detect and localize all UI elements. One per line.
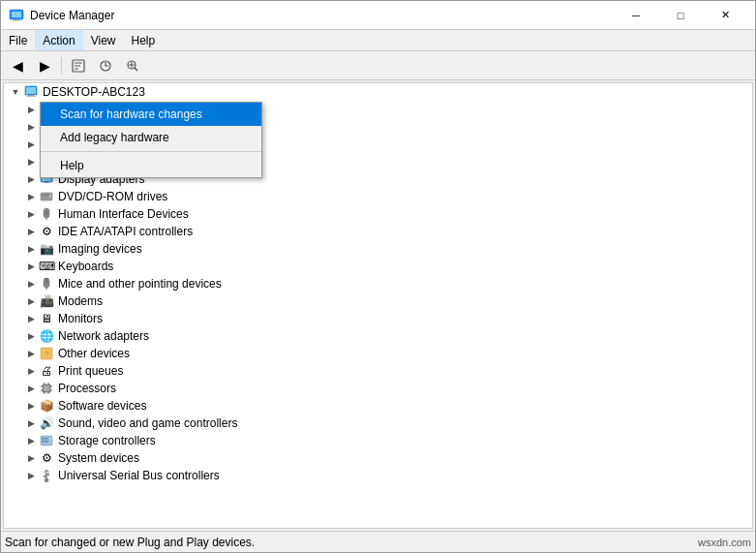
menu-action[interactable]: Action: [35, 30, 82, 50]
tree-item-monitors[interactable]: ▶ 🖥 Monitors: [4, 310, 752, 327]
display-adapters-arrow: ▶: [23, 174, 39, 184]
help-menu-item[interactable]: Help: [41, 154, 261, 177]
sound-video-arrow: ▶: [23, 418, 39, 428]
properties-button[interactable]: [66, 53, 91, 78]
menu-view[interactable]: View: [83, 30, 124, 50]
processors-label: Processors: [58, 382, 116, 395]
tree-item-system-devices[interactable]: ▶ ⚙ System devices: [4, 449, 752, 467]
svg-point-49: [49, 438, 51, 440]
svg-rect-14: [26, 87, 36, 94]
maximize-button[interactable]: □: [658, 1, 703, 30]
status-right: wsxdn.com: [698, 537, 751, 548]
usb-arrow: ▶: [23, 471, 39, 480]
tree-item-processors[interactable]: ▶ Processors: [4, 380, 752, 397]
svg-rect-54: [47, 474, 49, 476]
imaging-icon: 📷: [39, 242, 54, 256]
disk-drives-arrow: ▶: [23, 157, 39, 167]
print-queues-arrow: ▶: [23, 366, 39, 376]
device-manager-window: Device Manager ─ □ ✕ File Action View He…: [0, 0, 756, 553]
root-label: DESKTOP-ABC123: [43, 85, 145, 99]
tree-item-hid[interactable]: ▶ Human Interface Devices: [4, 205, 752, 223]
toolbar-separator-1: [61, 57, 62, 75]
back-button[interactable]: ◀: [5, 53, 30, 78]
system-devices-arrow: ▶: [23, 453, 39, 463]
keyboards-arrow: ▶: [23, 261, 39, 271]
svg-rect-16: [26, 96, 36, 97]
menu-bar: File Action View Help: [1, 30, 755, 51]
forward-button[interactable]: ▶: [32, 53, 57, 78]
tree-item-usb[interactable]: ▶ Universal Serial Bus controllers: [4, 467, 752, 484]
content-area: Scan for hardware changes Add legacy har…: [1, 80, 755, 531]
tree-item-network-adapters[interactable]: ▶ 🌐 Network adapters: [4, 327, 752, 345]
scan-hardware-item[interactable]: Scan for hardware changes: [41, 103, 261, 126]
modems-icon: 📠: [39, 294, 54, 308]
tree-item-other-devices[interactable]: ▶ ? Other devices: [4, 345, 752, 362]
other-devices-arrow: ▶: [23, 349, 39, 358]
tree-item-mice[interactable]: ▶ Mice and other pointing devices: [4, 275, 752, 292]
mice-icon: [39, 277, 54, 291]
action-dropdown-menu: Scan for hardware changes Add legacy har…: [40, 102, 262, 178]
system-devices-label: System devices: [58, 451, 139, 465]
usb-label: Universal Serial Bus controllers: [58, 469, 220, 482]
svg-point-27: [49, 196, 51, 198]
root-arrow: ▼: [8, 87, 23, 97]
tree-item-imaging[interactable]: ▶ 📷 Imaging devices: [4, 240, 752, 258]
window-title: Device Manager: [30, 9, 114, 22]
update-driver-button[interactable]: [93, 53, 118, 78]
tree-item-keyboards[interactable]: ▶ ⌨ Keyboards: [4, 258, 752, 275]
dvd-rom-icon: [39, 190, 54, 203]
status-text: Scan for changed or new Plug and Play de…: [5, 536, 255, 549]
dvd-rom-label: DVD/CD-ROM drives: [58, 190, 167, 203]
svg-rect-26: [42, 195, 49, 196]
dvd-rom-arrow: ▶: [23, 192, 39, 201]
tree-item-dvd-rom[interactable]: ▶ DVD/CD-ROM drives: [4, 188, 752, 205]
svg-rect-53: [44, 476, 46, 477]
tree-item-storage-controllers[interactable]: ▶ Storage controllers: [4, 432, 752, 449]
svg-point-55: [45, 478, 48, 482]
tree-item-print-queues[interactable]: ▶ 🖨 Print queues: [4, 362, 752, 380]
bluetooth-arrow: ▶: [23, 122, 39, 132]
storage-controllers-label: Storage controllers: [58, 434, 156, 447]
other-devices-icon: ?: [39, 347, 54, 360]
title-controls: ─ □ ✕: [614, 1, 747, 30]
svg-rect-15: [28, 95, 34, 96]
hid-label: Human Interface Devices: [58, 207, 189, 221]
tree-item-modems[interactable]: ▶ 📠 Modems: [4, 292, 752, 310]
menu-separator: [41, 151, 261, 152]
menu-file[interactable]: File: [1, 30, 35, 50]
network-adapters-arrow: ▶: [23, 331, 39, 341]
svg-rect-47: [42, 438, 48, 440]
tree-item-ide[interactable]: ▶ ⚙ IDE ATA/ATAPI controllers: [4, 223, 752, 240]
system-devices-icon: ⚙: [39, 451, 54, 465]
menu-help[interactable]: Help: [124, 30, 164, 50]
processors-icon: [39, 382, 54, 395]
svg-rect-1: [12, 12, 21, 17]
processors-arrow: ▶: [23, 384, 39, 393]
keyboards-icon: ⌨: [39, 260, 54, 273]
tree-item-sound-video[interactable]: ▶ 🔊 Sound, video and game controllers: [4, 415, 752, 432]
monitors-icon: 🖥: [39, 312, 54, 325]
scan-button[interactable]: [120, 53, 145, 78]
modems-label: Modems: [58, 294, 103, 308]
hid-arrow: ▶: [23, 209, 39, 219]
modems-arrow: ▶: [23, 296, 39, 306]
storage-controllers-arrow: ▶: [23, 436, 39, 445]
network-adapters-label: Network adapters: [58, 329, 149, 343]
status-bar: Scan for changed or new Plug and Play de…: [1, 531, 755, 552]
software-devices-label: Software devices: [58, 399, 146, 413]
app-icon: [9, 8, 24, 23]
root-icon: [23, 85, 39, 99]
sound-video-label: Sound, video and game controllers: [58, 416, 237, 430]
tree-root[interactable]: ▼ DESKTOP-ABC123: [4, 83, 752, 101]
svg-line-10: [135, 68, 137, 71]
network-adapters-icon: 🌐: [39, 329, 54, 343]
minimize-button[interactable]: ─: [614, 1, 658, 30]
usb-icon: [39, 469, 54, 482]
add-legacy-hardware-item[interactable]: Add legacy hardware: [41, 126, 261, 149]
tree-item-software-devices[interactable]: ▶ 📦 Software devices: [4, 397, 752, 415]
close-button[interactable]: ✕: [703, 1, 747, 30]
imaging-label: Imaging devices: [58, 242, 142, 256]
ide-icon: ⚙: [39, 225, 54, 238]
print-queues-icon: 🖨: [39, 364, 54, 378]
svg-rect-3: [12, 20, 21, 21]
